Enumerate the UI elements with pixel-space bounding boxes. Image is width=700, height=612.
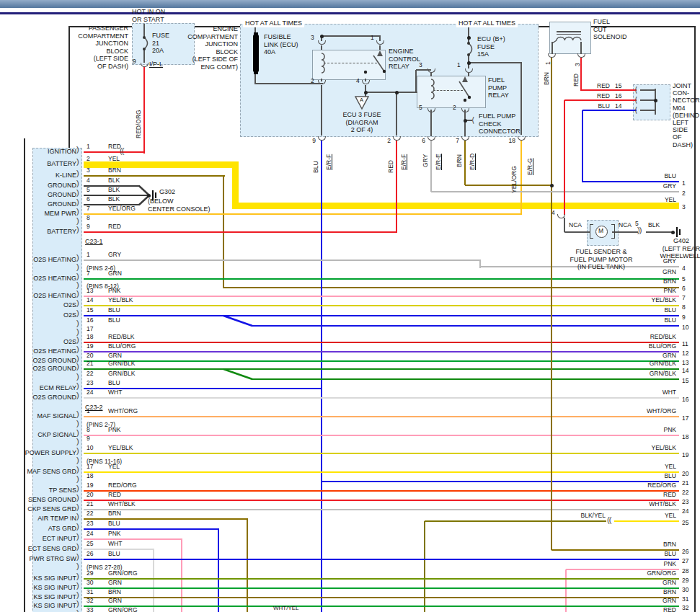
junction-dot [464, 119, 467, 123]
joint-pin: 15 [615, 83, 621, 90]
exit-pin-number: 22 [682, 489, 688, 497]
ecm-wire-color: RED [108, 143, 121, 151]
ecm-pin-number: 3 [87, 167, 90, 174]
joint-wire-color: RED [585, 93, 610, 100]
joint-wire-color: RED [585, 83, 610, 90]
exit-wire-color: PNK [617, 427, 676, 434]
joint-connector-label: JOINT CON- NECTOR M04 (BEHIND LEFT SIDE … [673, 82, 700, 148]
ipl-pin-number: 9 [133, 58, 136, 66]
ecm-pin-number: 23 [87, 520, 93, 528]
exit-pin-number: 31 [682, 596, 688, 603]
ecm-pin-number: 32 [87, 598, 93, 605]
ecm-wire-color: RED/ORG [108, 482, 137, 489]
relay-pin: 2 [311, 78, 314, 85]
exit-wire-color: YEL [617, 464, 676, 471]
joint-pin: 14 [615, 103, 621, 110]
ecm-pin-bracket-icon: ) [76, 553, 79, 561]
ecm-pin-number: 2 [87, 156, 90, 163]
ecm-pin-bracket-icon: ) [76, 609, 79, 612]
ecm-pin-number: 6 [87, 196, 90, 203]
ecm-pin-bracket-icon: ) [76, 391, 79, 399]
relay-pin: 3 [311, 35, 314, 42]
ecm-pin-bracket-icon: ) [76, 373, 79, 381]
ecm-pin-bracket-icon: ) [76, 410, 79, 418]
ecm-pin-number: 19 [87, 343, 93, 350]
ecu3-fuse-label: ECU 3 FUSE (DIAGRAM 2 OF 4) [330, 111, 394, 134]
ecm-pin-number: 30 [87, 580, 93, 587]
ecm-pin-number: 14 [87, 297, 93, 304]
ecm-pin-number: 9 [87, 435, 90, 443]
ecm-wire-color: BLU [108, 551, 120, 558]
er-wire-color: YEL/ORG [511, 166, 518, 193]
joint-pin: 16 [615, 93, 621, 100]
joint-branch-icon: ⟨ [634, 106, 637, 114]
ecm-pin-bracket-icon: ) [76, 543, 79, 551]
exit-wire-color: WHT [617, 389, 676, 396]
schematic-symbols [0, 0, 700, 612]
er-connector-id: E/R-D [469, 154, 477, 170]
ecm-signal-name: TP SENS [13, 487, 76, 495]
exit-pin-number: 17 [682, 415, 688, 422]
er-pin-number: 7 [449, 138, 459, 145]
ecm-pin-bracket-icon: ) [76, 263, 79, 271]
g302-location-label: (BELOW CENTER CONSOLE) [148, 198, 211, 213]
ecm-pin-bracket-icon: ) [76, 484, 79, 492]
engine-block-label: ENGINE COMPARTMENT JUNCTION BLOCK (LEFT … [153, 25, 238, 71]
ecm-pin-bracket-icon: ) [76, 217, 79, 225]
ecm-signal-name: BATTERY [13, 228, 76, 236]
exit-pin-number: 12 [682, 350, 688, 358]
er-pin-number: 6 [415, 138, 425, 145]
ecm-wire-color: WHT [108, 541, 122, 548]
ecm-wire-color: BLK [108, 177, 120, 185]
ecm-signal-name: MEM PWR [13, 210, 76, 218]
ecm-pin-bracket-icon: ) [76, 523, 79, 531]
exit-pin-number: 8 [682, 304, 686, 311]
ecm-signal-name: AIR TEMP IN [13, 515, 76, 523]
ecm-pin-bracket-icon: ) [76, 198, 79, 206]
ecm-pin-bracket-icon: ) [76, 447, 79, 455]
ecm-pin-number: 21 [87, 360, 93, 368]
fusible-link-label: FUSIBLE LINK (ECU) 40A [264, 33, 298, 56]
ecm-pin-number: 29 [87, 570, 93, 577]
ecm-signal-name: POWER SUPPLY [13, 449, 76, 457]
exit-pin-number: 27 [682, 558, 688, 565]
exit-wire-color: BLU [617, 317, 676, 324]
ecm-signal-name: O2S GROUND [13, 365, 76, 373]
hot-at-all-times-2: HOT AT ALL TIMES [456, 19, 518, 27]
ecm-signal-name: MAF SENS GRD [13, 468, 76, 476]
ecm-signal-name: GROUND [13, 182, 76, 190]
triangle-a-label: A [360, 97, 363, 105]
ecm-pin-number: 1 [87, 143, 90, 151]
ecu-b-fuse-label: ECU (B+) FUSE 15A [477, 35, 505, 58]
ecm-wire-color: GRN/ORG [108, 607, 138, 612]
relay-pin: 4 [356, 78, 360, 85]
ecm-signal-name: ECT SENS GRD [13, 545, 76, 553]
nca-label: NCA [619, 222, 632, 229]
er-connector-id: E/R-G [527, 158, 534, 175]
motor-bracket-right [611, 224, 615, 239]
exit-wire-color: PNK [617, 288, 676, 295]
ecm-pin-bracket-icon: ) [76, 226, 79, 234]
hot-in-on-label: HOT IN ON OR START [132, 8, 165, 23]
exit-wire-color: RED [617, 607, 676, 612]
ecm-pin-number: 20 [87, 352, 93, 360]
check-connector-label: FUEL PUMP CHECK CONNECTOR [479, 112, 520, 136]
ecm-signal-name: O2S [13, 301, 76, 309]
passenger-block-label: PASSENGER COMPARTMENT JUNCTION BLOCK (LE… [43, 25, 128, 70]
exit-wire-color: GRY [617, 258, 676, 265]
ecm-pin-bracket-icon: ) [76, 179, 79, 187]
ecm-pin-number: 24 [87, 531, 93, 538]
fusible-link-icon [253, 35, 259, 72]
ecm-pin-number: 24 [87, 389, 93, 396]
exit-wire-color: RED/BLK [617, 334, 676, 341]
ecm-signal-name: O2S HEATING [13, 275, 76, 283]
relay-linkage [433, 90, 463, 91]
ecm-pin-number: 21 [87, 501, 93, 508]
g402-label: G402 (LEFT REAR WHEELWELL) [649, 237, 700, 260]
relay-pin: 2 [453, 105, 456, 112]
ecm-signal-name: ECT INPUT [13, 535, 76, 543]
ecm-signal-name: O2S HEATING [13, 292, 76, 300]
ecm-pin-bracket-icon: ) [76, 494, 79, 502]
ecm-pin-number: 25 [87, 541, 93, 548]
ecm-pin-bracket-icon: ) [76, 533, 79, 541]
